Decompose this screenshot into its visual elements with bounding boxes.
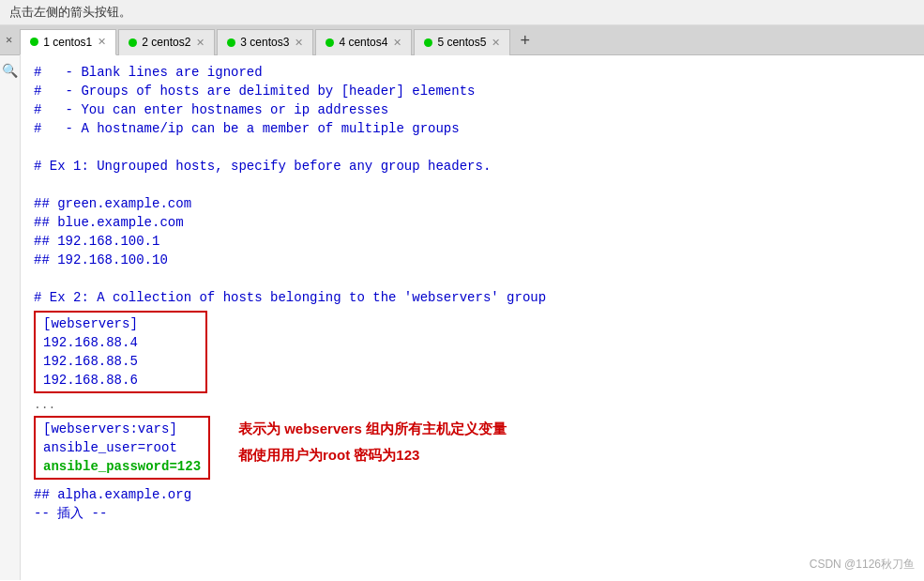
annotation-line-2: 都使用用户为root 密码为123 xyxy=(238,442,507,468)
tab-close-5[interactable]: ✕ xyxy=(492,37,500,49)
webservers-vars-box: [webservers:vars] ansible_user=root ansi… xyxy=(34,416,210,480)
tab-close-3[interactable]: ✕ xyxy=(295,37,303,49)
highlighted-password: ansible_password=123 xyxy=(43,459,201,474)
code-line-9: ## blue.example.com xyxy=(34,213,911,232)
tab-label-3: 3 centos3 xyxy=(240,36,289,49)
sidebar: 🔍 xyxy=(0,55,21,580)
code-line-1: # - Blank lines are ignored xyxy=(34,63,911,82)
code-line-11: ## 192.168.100.10 xyxy=(34,251,911,269)
tab-label-2: 2 centos2 xyxy=(142,36,190,49)
code-line-10: ## 192.168.100.1 xyxy=(34,232,911,251)
footer-line-2: -- 插入 -- xyxy=(34,504,911,523)
tab-centos5[interactable]: 5 centos5 ✕ xyxy=(414,29,510,55)
code-line-2: # - Groups of hosts are delimited by [he… xyxy=(34,82,911,100)
box2-line-3: ansible_password=123 xyxy=(43,457,201,476)
hint-bar: 点击左侧的箭头按钮。 xyxy=(0,0,924,25)
divider-dots: ... xyxy=(34,397,911,414)
search-icon[interactable]: 🔍 xyxy=(2,63,18,79)
annotation-block: 表示为 webservers 组内所有主机定义变量 都使用用户为root 密码为… xyxy=(238,416,507,468)
code-line-12 xyxy=(34,269,911,288)
annotation-line-1: 表示为 webservers 组内所有主机定义变量 xyxy=(238,416,507,442)
tab-bar: ✕ 1 centos1 ✕ 2 centos2 ✕ 3 centos3 ✕ 4 … xyxy=(0,25,924,55)
tab-status-dot-4 xyxy=(326,38,334,47)
code-line-5 xyxy=(34,138,911,157)
add-tab-button[interactable]: + xyxy=(512,27,538,54)
box1-line-4: 192.168.88.6 xyxy=(43,371,198,390)
webservers-vars-section: [webservers:vars] ansible_user=root ansi… xyxy=(34,416,911,480)
tab-status-dot-2 xyxy=(129,38,137,47)
box2-line-1: [webservers:vars] xyxy=(43,420,201,438)
code-line-6: # Ex 1: Ungrouped hosts, specify before … xyxy=(34,157,911,176)
code-editor[interactable]: # - Blank lines are ignored # - Groups o… xyxy=(21,55,924,580)
main-area: 🔍 # - Blank lines are ignored # - Groups… xyxy=(0,55,924,580)
tab-centos4[interactable]: 4 centos4 ✕ xyxy=(315,29,412,55)
code-line-3: # - You can enter hostnames or ip addres… xyxy=(34,100,911,119)
tab-status-dot-5 xyxy=(424,38,432,47)
tab-label-1: 1 centos1 xyxy=(43,36,92,49)
code-line-4: # - A hostname/ip can be a member of mul… xyxy=(34,119,911,138)
tab-status-dot-3 xyxy=(227,38,235,47)
tab-status-dot-1 xyxy=(30,38,38,46)
tab-close-1[interactable]: ✕ xyxy=(98,36,106,48)
webservers-box: [webservers] 192.168.88.4 192.168.88.5 1… xyxy=(34,311,911,393)
tab-close-4[interactable]: ✕ xyxy=(393,37,401,49)
tab-centos1[interactable]: 1 centos1 ✕ xyxy=(20,29,116,55)
code-line-13: # Ex 2: A collection of hosts belonging … xyxy=(34,288,911,307)
code-line-7 xyxy=(34,176,911,194)
code-line-8: ## green.example.com xyxy=(34,194,911,213)
box1-line-1: [webservers] xyxy=(43,314,198,333)
box1-line-3: 192.168.88.5 xyxy=(43,352,198,371)
tab-close-2[interactable]: ✕ xyxy=(196,37,204,49)
tab-label-4: 4 centos4 xyxy=(339,36,387,49)
tab-centos2[interactable]: 2 centos2 ✕ xyxy=(118,29,215,55)
footer-line-1: ## alpha.example.org xyxy=(34,485,911,504)
window-close-button[interactable]: ✕ xyxy=(2,31,16,49)
watermark: CSDN @1126秋刀鱼 xyxy=(810,557,915,573)
tab-centos3[interactable]: 3 centos3 ✕ xyxy=(217,29,313,55)
webservers-box-inner: [webservers] 192.168.88.4 192.168.88.5 1… xyxy=(34,311,207,393)
tab-label-5: 5 centos5 xyxy=(437,36,486,49)
hint-text: 点击左侧的箭头按钮。 xyxy=(9,5,131,19)
box2-line-2: ansible_user=root xyxy=(43,438,201,457)
box1-line-2: 192.168.88.4 xyxy=(43,333,198,352)
